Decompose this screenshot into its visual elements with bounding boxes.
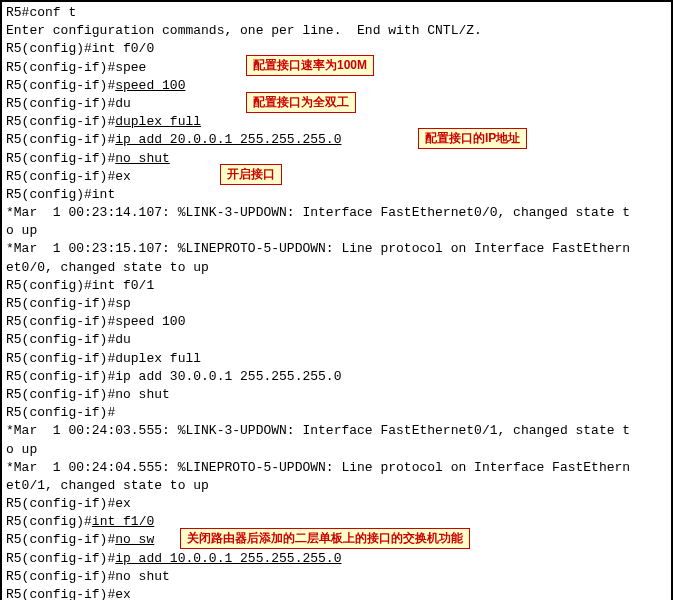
- cli-command: int f1/0: [92, 514, 154, 529]
- annotation-speed: 配置接口速率为100M: [246, 55, 374, 76]
- annotation-noshut: 开启接口: [220, 164, 282, 185]
- cli-prompt: R5(config-if)#: [6, 114, 115, 129]
- cli-line: R5(config-if)#ip add 20.0.0.1 255.255.25…: [6, 131, 667, 149]
- annotation-duplex: 配置接口为全双工: [246, 92, 356, 113]
- cli-line: R5(config-if)#ip add 10.0.0.1 255.255.25…: [6, 550, 667, 568]
- cli-line: R5(config-if)#speed 100: [6, 313, 667, 331]
- cli-line: R5(config-if)#no shut: [6, 386, 667, 404]
- cli-command: no shut: [115, 151, 170, 166]
- terminal-output: R5#conf t Enter configuration commands, …: [2, 2, 671, 600]
- cli-line: R5(config-if)#ex: [6, 586, 667, 600]
- cli-prompt: R5(config-if)#: [6, 78, 115, 93]
- cli-line: o up: [6, 441, 667, 459]
- cli-prompt: R5(config)#: [6, 514, 92, 529]
- cli-prompt: R5(config-if)#: [6, 151, 115, 166]
- cli-command: duplex full: [115, 114, 201, 129]
- cli-line: R5(config-if)#no shut: [6, 150, 667, 168]
- cli-command: ip add 20.0.0.1 255.255.255.0: [115, 132, 341, 147]
- cli-line: *Mar 1 00:24:03.555: %LINK-3-UPDOWN: Int…: [6, 422, 667, 440]
- cli-line: R5(config)#int: [6, 186, 667, 204]
- cli-command: speed 100: [115, 78, 185, 93]
- cli-line: R5(config-if)#ex: [6, 495, 667, 513]
- cli-line: R5(config-if)#no shut: [6, 568, 667, 586]
- cli-line: Enter configuration commands, one per li…: [6, 22, 667, 40]
- cli-line: R5(config-if)#sp: [6, 295, 667, 313]
- cli-line: R5#conf t: [6, 4, 667, 22]
- cli-prompt: R5(config-if)#: [6, 532, 115, 547]
- cli-line: *Mar 1 00:24:04.555: %LINEPROTO-5-UPDOWN…: [6, 459, 667, 477]
- annotation-nosw: 关闭路由器后添加的二层单板上的接口的交换机功能: [180, 528, 470, 549]
- cli-line: et0/1, changed state to up: [6, 477, 667, 495]
- cli-command: ip add 10.0.0.1 255.255.255.0: [115, 551, 341, 566]
- cli-line: R5(config-if)#ip add 30.0.0.1 255.255.25…: [6, 368, 667, 386]
- cli-line: *Mar 1 00:23:15.107: %LINEPROTO-5-UPDOWN…: [6, 240, 667, 258]
- cli-line: R5(config-if)#duplex full: [6, 350, 667, 368]
- cli-prompt: R5(config-if)#: [6, 132, 115, 147]
- cli-line: R5(config-if)#duplex full: [6, 113, 667, 131]
- cli-line: R5(config-if)#du: [6, 331, 667, 349]
- cli-line: R5(config-if)#: [6, 404, 667, 422]
- cli-line: *Mar 1 00:23:14.107: %LINK-3-UPDOWN: Int…: [6, 204, 667, 222]
- cli-command: no sw: [115, 532, 154, 547]
- cli-line: et0/0, changed state to up: [6, 259, 667, 277]
- annotation-ip: 配置接口的IP地址: [418, 128, 527, 149]
- cli-line: R5(config)#int f0/1: [6, 277, 667, 295]
- cli-line: o up: [6, 222, 667, 240]
- cli-line: R5(config-if)#ex: [6, 168, 667, 186]
- cli-prompt: R5(config-if)#: [6, 551, 115, 566]
